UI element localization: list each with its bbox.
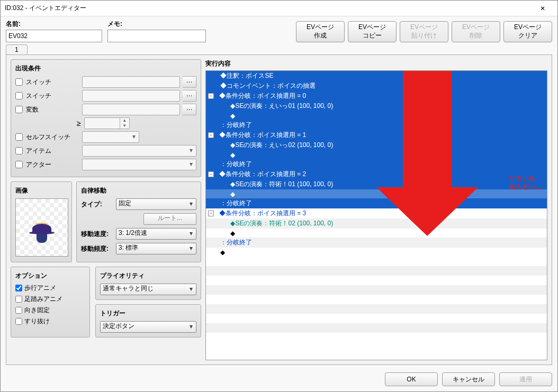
exec-line[interactable]: ：分岐終了 [206,238,547,248]
exec-line[interactable]: ◆SEの演奏：えいっ02 (100, 100, 0) [206,140,547,150]
exec-line[interactable]: ：分岐終了 [206,198,547,208]
evpage-clear-button[interactable]: EVページ クリア [503,21,552,42]
priority-title: プライオリティ [100,271,196,280]
collapse-icon[interactable]: − [208,93,214,99]
exec-line[interactable]: − ◆条件分岐：ボイス抽選用 = 0 [206,91,547,101]
priority-trigger-col: プライオリティ 通常キャラと同じ トリガー 決定ボタン [95,267,201,338]
auto-freq-row: 移動頻度: 3: 標準 [81,243,196,254]
page-tabs: 1 [6,44,552,54]
cond-actor-check[interactable] [15,161,23,168]
main-area: 出現条件 スイッチ … スイッチ … 変数 … [6,54,552,365]
auto-type-label: タイプ: [81,200,113,209]
cond-item-label: アイテム [26,147,79,156]
titlebar: ID:032 - イベントエディター ✕ [1,1,557,16]
exec-line[interactable]: − ◆条件分岐：ボイス抽選用 = 1 [206,130,547,140]
name-input[interactable] [6,30,102,42]
opt-dir-check[interactable] [15,307,22,314]
cond-variable-check[interactable] [15,106,23,113]
exec-line[interactable]: ◆SEの演奏：符術！01 (100, 100, 0) [206,179,547,189]
exec-line[interactable]: − ◆条件分岐：ボイス抽選用 = 3 [206,208,547,218]
cond-switch1-input[interactable] [82,76,180,88]
exec-list[interactable]: ◆注釈：ボイスSE ◆コモンイベント：ボイスの抽選 − ◆条件分岐：ボイス抽選用… [205,70,547,360]
exec-text: ◆SEの演奏：符術！02 (100, 100, 0) [229,220,333,227]
auto-type-select[interactable]: 固定 [116,198,196,210]
event-editor-window: ID:032 - イベントエディター ✕ 名前: メモ: EVページ 作成 EV… [0,0,558,392]
exec-text: ：分岐終了 [220,199,252,207]
cond-switch2-check[interactable] [15,92,23,99]
opt-walk-check[interactable] [15,285,22,291]
cond-variable-label: 変数 [26,105,79,114]
cond-variable-spinner[interactable]: ▲▼ [84,117,130,129]
auto-freq-select[interactable]: 3: 標準 [116,243,196,254]
auto-speed-select[interactable]: 3: 1/2倍速 [116,228,196,240]
exec-line[interactable]: ：分岐終了 [206,159,547,169]
cond-variable-ellipsis[interactable]: … [183,104,196,115]
exec-line[interactable]: − ◆条件分岐：ボイス抽選用 = 2 [206,169,547,179]
cond-switch1-check[interactable] [15,78,23,86]
evpage-create-button[interactable]: EVページ 作成 [296,21,345,42]
cond-switch2-input[interactable] [82,90,180,102]
exec-text: ：分岐終了 [220,160,252,168]
opt-walk-label: 歩行アニメ [24,284,56,293]
opt-through: すり抜け [15,317,85,326]
exec-line[interactable]: ◆ [206,111,547,120]
opt-through-check[interactable] [15,318,22,325]
priority-select[interactable]: 通常キャラと同じ [100,284,196,295]
exec-line[interactable]: ◆SEの演奏：えいっ01 (100, 100, 0) [206,101,547,111]
trigger-select[interactable]: 決定ボタン [100,321,196,333]
cond-variable-input[interactable] [82,104,180,115]
exec-text: ：分岐終了 [220,239,252,246]
evpage-create-label: EVページ 作成 [307,23,334,40]
opt-step-check[interactable] [15,296,22,303]
cond-switch1-label: スイッチ [26,78,79,87]
footer: OK キャンセル 適用 [1,369,557,391]
auto-freq-value: 3: 標準 [119,244,138,251]
memo-input[interactable] [107,30,206,42]
exec-text: ◆条件分岐：ボイス抽選用 = 1 [219,131,306,139]
cancel-button[interactable]: キャンセル [442,372,495,386]
name-label: 名前: [6,20,102,29]
exec-line[interactable]: ◆注釈：ボイスSE [206,71,547,81]
exec-line[interactable]: ◆コモンイベント：ボイスの抽選 [206,81,547,91]
exec-line[interactable]: ◆ [206,189,547,198]
cond-item-check[interactable] [15,147,23,154]
exec-text: ◆ [220,249,225,256]
cond-item-dropdown[interactable] [82,145,196,157]
cond-item-row: アイテム [15,145,196,157]
character-image-box[interactable] [15,198,68,257]
collapse-icon[interactable]: − [208,132,214,138]
cond-selfswitch-label: セルフスイッチ [26,133,79,142]
exec-line[interactable]: ◆SEの演奏：符術！02 (100, 100, 0) [206,218,547,229]
route-button[interactable]: ルート... [143,213,196,225]
exec-line[interactable]: ：分岐終了 [206,120,547,130]
exec-text: ◆コモンイベント：ボイスの抽選 [220,82,316,89]
opt-through-label: すり抜け [24,317,50,326]
close-button[interactable]: ✕ [532,1,553,16]
ok-button[interactable]: OK [385,372,438,386]
opt-dir-label: 向き固定 [24,306,50,315]
collapse-icon[interactable]: − [208,211,214,216]
cond-variable-sub: ≥ ▲▼ [77,117,196,129]
cond-switch1-ellipsis[interactable]: … [183,76,196,88]
cond-actor-dropdown[interactable] [82,159,196,170]
exec-text: ◆ [229,151,235,159]
exec-text: ◆SEの演奏：えいっ02 (100, 100, 0) [229,141,333,149]
exec-line[interactable]: ◆ [206,150,547,159]
trigger-panel: トリガー 決定ボタン [95,304,201,338]
exec-text: ◆SEの演奏：えいっ01 (100, 100, 0) [229,102,333,110]
evpage-copy-button[interactable]: EVページ コピー [348,21,397,42]
autonomous-panel: 自律移動 タイプ: 固定 ルート... 移動速度: 3: 1/2倍速 移動頻度: [76,181,201,262]
cond-selfswitch-check[interactable] [15,133,23,141]
cond-selfswitch-dropdown[interactable] [82,131,139,143]
priority-value: 通常キャラと同じ [103,285,154,292]
evpage-delete-label: EVページ 削除 [462,23,490,40]
cond-switch2-ellipsis[interactable]: … [183,90,196,102]
cond-switch2-label: スイッチ [26,92,79,101]
exec-line[interactable]: ◆ [206,248,547,257]
collapse-icon[interactable]: − [208,171,214,177]
image-title: 画像 [15,186,67,195]
exec-line[interactable]: ◆ [206,229,547,238]
ge-symbol: ≥ [77,119,81,127]
tab-1[interactable]: 1 [6,44,28,54]
opt-step-label: 足踏みアニメ [24,295,62,304]
